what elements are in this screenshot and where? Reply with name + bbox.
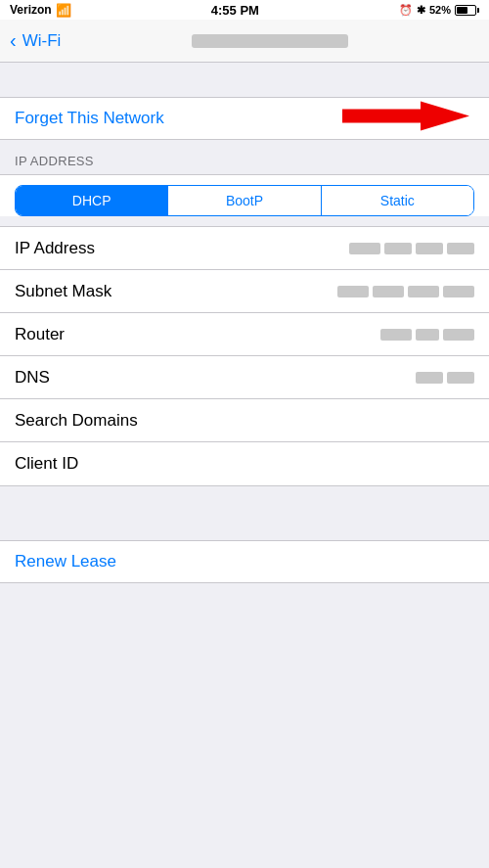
gap-renew <box>0 486 489 540</box>
back-label: Wi-Fi <box>22 31 62 51</box>
table-row: Search Domains <box>0 399 489 442</box>
bottom-gap <box>0 583 489 642</box>
alarm-icon: ⏰ <box>399 4 413 17</box>
gap-ip-address: IP ADDRESS <box>0 140 489 174</box>
segment-wrapper: DHCP BootP Static <box>0 174 489 216</box>
svg-marker-0 <box>342 102 469 131</box>
ip-address-value <box>349 243 474 254</box>
search-domains-label: Search Domains <box>15 411 474 431</box>
back-button[interactable]: ‹ Wi-Fi <box>10 29 61 52</box>
carrier-text: Verizon <box>10 3 52 17</box>
router-value <box>380 329 474 341</box>
ip-address-label: IP Address <box>15 239 349 258</box>
renew-lease-label: Renew Lease <box>15 552 116 571</box>
segment-dhcp[interactable]: DHCP <box>16 186 168 215</box>
battery-icon <box>455 5 479 16</box>
forget-network-cell[interactable]: Forget This Network <box>0 97 489 140</box>
forget-network-label: Forget This Network <box>15 109 164 128</box>
subnet-mask-value <box>337 286 474 297</box>
gap-before-forget <box>0 63 489 97</box>
table-row: Client ID <box>0 442 489 485</box>
status-right: ⏰ ✱ 52% <box>399 4 479 17</box>
table-row: IP Address <box>0 227 489 270</box>
red-arrow <box>333 97 469 141</box>
status-left: Verizon 📶 <box>10 3 71 18</box>
nav-bar: ‹ Wi-Fi <box>0 20 489 63</box>
segment-control: DHCP BootP Static <box>15 185 474 216</box>
network-name-blurred <box>192 34 348 48</box>
status-bar: Verizon 📶 4:55 PM ⏰ ✱ 52% <box>0 0 489 20</box>
chevron-left-icon: ‹ <box>10 29 17 52</box>
segment-static[interactable]: Static <box>322 186 473 215</box>
wifi-icon: 📶 <box>56 3 71 18</box>
renew-lease-cell[interactable]: Renew Lease <box>0 540 489 583</box>
ip-fields-table: IP Address Subnet Mask Router DNS <box>0 226 489 486</box>
dns-label: DNS <box>15 368 416 388</box>
status-time: 4:55 PM <box>211 3 259 18</box>
subnet-mask-label: Subnet Mask <box>15 282 337 301</box>
bluetooth-icon: ✱ <box>417 4 425 17</box>
table-row: DNS <box>0 356 489 399</box>
client-id-label: Client ID <box>15 454 474 474</box>
segment-bootp[interactable]: BootP <box>168 186 321 215</box>
router-label: Router <box>15 325 380 344</box>
dns-value <box>416 372 474 384</box>
nav-title-area <box>61 34 479 48</box>
table-row: Router <box>0 313 489 356</box>
table-row: Subnet Mask <box>0 270 489 313</box>
ip-address-section-label: IP ADDRESS <box>15 154 94 168</box>
battery-percent: 52% <box>429 4 451 16</box>
